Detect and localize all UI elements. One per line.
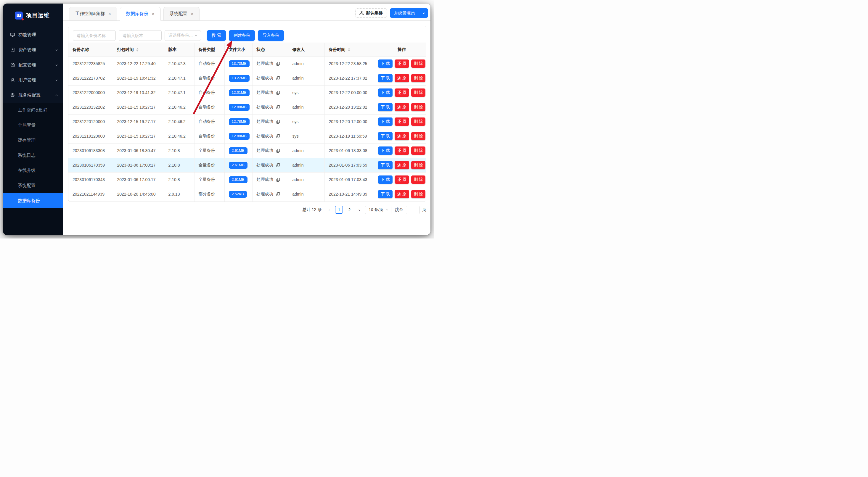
column-header-size: 文件大小 bbox=[224, 43, 252, 57]
copy-icon[interactable] bbox=[276, 134, 280, 138]
column-header-pack_time[interactable]: 打包时间 bbox=[113, 43, 164, 57]
table-row: 202210211449392022-10-20 14:45:002.9.13部… bbox=[68, 187, 426, 201]
delete-button[interactable]: 删 除 bbox=[411, 103, 426, 111]
prev-page-button[interactable]: ‹ bbox=[326, 208, 333, 213]
tab-close-icon[interactable]: × bbox=[191, 11, 194, 16]
tab[interactable]: 系统配置 × bbox=[163, 7, 200, 21]
copy-icon[interactable] bbox=[276, 192, 280, 196]
cell-modifier: admin bbox=[288, 57, 324, 71]
sidebar-item[interactable]: 配置管理 bbox=[3, 57, 63, 72]
tab-close-icon[interactable]: × bbox=[108, 11, 111, 16]
delete-button[interactable]: 删 除 bbox=[411, 132, 426, 140]
delete-button[interactable]: 删 除 bbox=[411, 176, 426, 184]
download-button[interactable]: 下 载 bbox=[378, 103, 393, 111]
cell-version: 2.10.8 bbox=[164, 144, 194, 158]
page-size-select[interactable]: 10 条/页 bbox=[365, 205, 391, 214]
copy-icon[interactable] bbox=[276, 163, 280, 167]
delete-button[interactable]: 删 除 bbox=[411, 74, 426, 82]
cell-type: 自动备份 bbox=[194, 71, 224, 86]
app-logo[interactable]: 项目运维 bbox=[3, 4, 63, 27]
download-button[interactable]: 下 载 bbox=[378, 161, 393, 169]
sidebar-subitem[interactable]: 数据库备份 bbox=[3, 193, 63, 208]
cell-version: 2.10.46.2 bbox=[164, 129, 194, 144]
delete-button[interactable]: 删 除 bbox=[411, 147, 426, 155]
version-input[interactable] bbox=[119, 30, 162, 41]
restore-button[interactable]: 还 原 bbox=[395, 161, 409, 169]
sidebar-submenu: 工作空间&集群全局变量缓存管理系统日志在线升级系统配置数据库备份 bbox=[3, 103, 63, 235]
download-button[interactable]: 下 载 bbox=[378, 132, 393, 140]
tab-close-icon[interactable]: × bbox=[152, 11, 155, 16]
sidebar-item[interactable]: 服务端配置 bbox=[3, 88, 63, 103]
import-backup-button[interactable]: 导入备份 bbox=[258, 30, 284, 41]
file-size-tag: 12.01MB bbox=[229, 89, 250, 96]
sidebar-item[interactable]: 用户管理 bbox=[3, 72, 63, 88]
tab-label: 工作空间&集群 bbox=[75, 11, 105, 17]
jump-page-input[interactable] bbox=[406, 205, 420, 214]
sidebar-subitem[interactable]: 工作空间&集群 bbox=[3, 103, 63, 118]
restore-button[interactable]: 还 原 bbox=[395, 74, 409, 82]
cell-modifier: sys bbox=[288, 86, 324, 100]
restore-button[interactable]: 还 原 bbox=[395, 132, 409, 140]
copy-icon[interactable] bbox=[276, 91, 280, 95]
download-button[interactable]: 下 载 bbox=[378, 89, 393, 97]
delete-button[interactable]: 删 除 bbox=[411, 89, 426, 97]
backup-type-select[interactable]: 请选择备份... bbox=[164, 30, 201, 41]
status-text: 处理成功 bbox=[257, 61, 273, 66]
status-text: 处理成功 bbox=[257, 90, 273, 95]
default-cluster-button[interactable]: 默认集群 bbox=[355, 8, 387, 18]
restore-button[interactable]: 还 原 bbox=[395, 60, 409, 68]
copy-icon[interactable] bbox=[276, 149, 280, 153]
download-button[interactable]: 下 载 bbox=[378, 190, 393, 198]
chevron-down-icon bbox=[55, 63, 58, 67]
sidebar-item[interactable]: 功能管理 bbox=[3, 27, 63, 42]
cell-version: 2.10.47.3 bbox=[164, 57, 194, 71]
tab[interactable]: 数据库备份 × bbox=[120, 7, 161, 21]
delete-button[interactable]: 删 除 bbox=[411, 190, 426, 198]
sidebar-subitem[interactable]: 缓存管理 bbox=[3, 133, 63, 148]
file-size-tag: 12.78MB bbox=[229, 118, 250, 125]
page-number-1[interactable]: 1 bbox=[335, 206, 343, 214]
copy-icon[interactable] bbox=[276, 76, 280, 81]
copy-icon[interactable] bbox=[276, 178, 280, 182]
copy-icon[interactable] bbox=[276, 120, 280, 124]
delete-button[interactable]: 删 除 bbox=[411, 161, 426, 169]
sidebar-subitem[interactable]: 在线升级 bbox=[3, 163, 63, 178]
download-button[interactable]: 下 载 bbox=[378, 118, 393, 126]
restore-button[interactable]: 还 原 bbox=[395, 176, 409, 184]
restore-button[interactable]: 还 原 bbox=[395, 89, 409, 97]
cell-type: 自动备份 bbox=[194, 100, 224, 115]
cell-status: 处理成功 bbox=[252, 71, 288, 86]
page-number-2[interactable]: 2 bbox=[345, 206, 353, 214]
create-backup-button[interactable]: 创建备份 bbox=[229, 30, 255, 41]
sidebar-item-label: 服务端配置 bbox=[18, 92, 55, 98]
sidebar-subitem[interactable]: 系统日志 bbox=[3, 148, 63, 163]
sort-carets[interactable] bbox=[136, 48, 138, 52]
backup-name-input[interactable] bbox=[73, 30, 116, 41]
restore-button[interactable]: 还 原 bbox=[395, 190, 409, 198]
sidebar-item[interactable]: 资产管理 bbox=[3, 42, 63, 57]
search-button[interactable]: 搜 索 bbox=[207, 30, 226, 41]
app-logo-icon bbox=[15, 11, 23, 20]
file-size-tag: 2.61MB bbox=[229, 177, 247, 183]
sidebar-subitem[interactable]: 全局变量 bbox=[3, 118, 63, 133]
cell-size: 12.01MB bbox=[224, 86, 252, 100]
user-menu-button[interactable]: 系统管理员 bbox=[390, 8, 428, 18]
restore-button[interactable]: 还 原 bbox=[395, 118, 409, 126]
delete-button[interactable]: 删 除 bbox=[411, 60, 426, 68]
sort-carets[interactable] bbox=[348, 48, 350, 52]
restore-button[interactable]: 还 原 bbox=[395, 103, 409, 111]
column-header-backup_time[interactable]: 备份时间 bbox=[324, 43, 377, 57]
download-button[interactable]: 下 载 bbox=[378, 147, 393, 155]
delete-button[interactable]: 删 除 bbox=[411, 118, 426, 126]
download-button[interactable]: 下 载 bbox=[378, 74, 393, 82]
sidebar-subitem[interactable]: 系统配置 bbox=[3, 178, 63, 193]
next-page-button[interactable]: › bbox=[356, 208, 362, 213]
copy-icon[interactable] bbox=[276, 105, 280, 109]
copy-icon[interactable] bbox=[276, 62, 280, 66]
tab[interactable]: 工作空间&集群 × bbox=[69, 7, 117, 21]
download-button[interactable]: 下 载 bbox=[378, 60, 393, 68]
monitor-icon bbox=[10, 32, 15, 37]
cell-version: 2.10.47.1 bbox=[164, 71, 194, 86]
restore-button[interactable]: 还 原 bbox=[395, 147, 409, 155]
download-button[interactable]: 下 载 bbox=[378, 176, 393, 184]
